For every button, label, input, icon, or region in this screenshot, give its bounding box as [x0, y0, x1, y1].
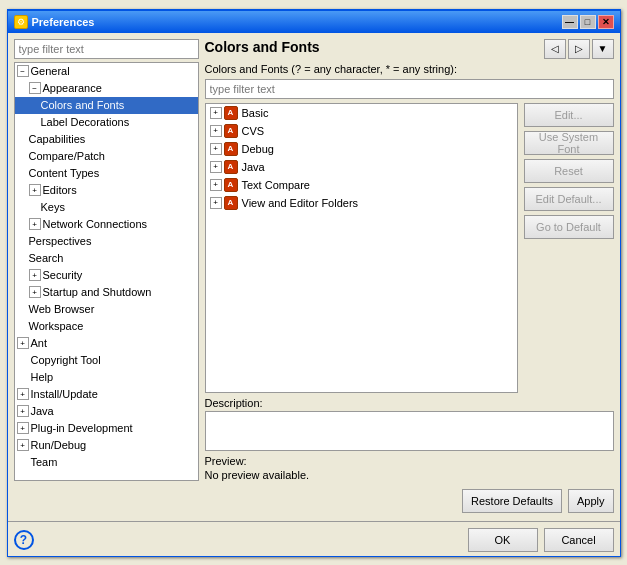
text-compare-label: Text Compare — [242, 179, 310, 191]
view-editor-icon: A — [224, 196, 238, 210]
font-item-text-compare[interactable]: + A Text Compare — [206, 176, 517, 194]
fonts-filter-input[interactable] — [205, 79, 614, 99]
tree-item-startup-shutdown[interactable]: + Startup and Shutdown — [15, 284, 198, 301]
tree-item-copyright-tool[interactable]: Copyright Tool — [15, 352, 198, 369]
window-icon: ⚙ — [14, 15, 28, 29]
close-button[interactable]: ✕ — [598, 15, 614, 29]
description-section: Description: — [205, 397, 614, 451]
tree-item-compare-patch[interactable]: Compare/Patch — [15, 148, 198, 165]
view-editor-label: View and Editor Folders — [242, 197, 359, 209]
basic-expander[interactable]: + — [210, 107, 222, 119]
network-expander[interactable]: + — [29, 218, 41, 230]
reset-button[interactable]: Reset — [524, 159, 614, 183]
install-expander[interactable]: + — [17, 388, 29, 400]
workspace-label: Workspace — [29, 320, 84, 332]
java-font-expander[interactable]: + — [210, 161, 222, 173]
ant-expander[interactable]: + — [17, 337, 29, 349]
help-icon[interactable]: ? — [14, 530, 34, 550]
preview-section: Preview: No preview available. — [205, 455, 614, 481]
debug-label: Debug — [242, 143, 274, 155]
restore-button[interactable]: □ — [580, 15, 596, 29]
preview-no-preview: No preview available. — [205, 469, 614, 481]
title-bar-left: ⚙ Preferences — [14, 15, 95, 29]
tree-item-plugin-development[interactable]: + Plug-in Development — [15, 420, 198, 437]
ant-label: Ant — [31, 337, 48, 349]
tree-item-perspectives[interactable]: Perspectives — [15, 233, 198, 250]
tree-item-help[interactable]: Help — [15, 369, 198, 386]
tree-item-colors-fonts[interactable]: Colors and Fonts — [15, 97, 198, 114]
tree-item-ant[interactable]: + Ant — [15, 335, 198, 352]
tree-item-network-connections[interactable]: + Network Connections — [15, 216, 198, 233]
tree-item-search[interactable]: Search — [15, 250, 198, 267]
startup-expander[interactable]: + — [29, 286, 41, 298]
apply-button[interactable]: Apply — [568, 489, 614, 513]
plugin-development-label: Plug-in Development — [31, 422, 133, 434]
tree-item-content-types[interactable]: Content Types — [15, 165, 198, 182]
tree-item-appearance[interactable]: − Appearance — [15, 80, 198, 97]
use-system-font-button[interactable]: Use System Font — [524, 131, 614, 155]
tree-item-general[interactable]: − General — [15, 63, 198, 80]
general-expander[interactable]: − — [17, 65, 29, 77]
debug-icon: A — [224, 142, 238, 156]
font-item-debug[interactable]: + A Debug — [206, 140, 517, 158]
main-content: − General − Appearance Colors and Fonts — [14, 39, 614, 481]
install-update-label: Install/Update — [31, 388, 98, 400]
view-editor-expander[interactable]: + — [210, 197, 222, 209]
pane-title: Colors and Fonts — [205, 39, 320, 55]
restore-defaults-button[interactable]: Restore Defaults — [462, 489, 562, 513]
tree-item-web-browser[interactable]: Web Browser — [15, 301, 198, 318]
tree-item-security[interactable]: + Security — [15, 267, 198, 284]
tree-item-run-debug[interactable]: + Run/Debug — [15, 437, 198, 454]
restore-apply-bar: Restore Defaults Apply — [14, 485, 614, 515]
editors-expander[interactable]: + — [29, 184, 41, 196]
tree-item-label-decorations[interactable]: Label Decorations — [15, 114, 198, 131]
font-item-cvs[interactable]: + A CVS — [206, 122, 517, 140]
title-bar: ⚙ Preferences — □ ✕ — [8, 11, 620, 33]
cvs-expander[interactable]: + — [210, 125, 222, 137]
cancel-button[interactable]: Cancel — [544, 528, 614, 552]
font-item-basic[interactable]: + A Basic — [206, 104, 517, 122]
text-compare-expander[interactable]: + — [210, 179, 222, 191]
security-expander[interactable]: + — [29, 269, 41, 281]
basic-icon: A — [224, 106, 238, 120]
ok-button[interactable]: OK — [468, 528, 538, 552]
tree-item-workspace[interactable]: Workspace — [15, 318, 198, 335]
startup-shutdown-label: Startup and Shutdown — [43, 286, 152, 298]
plugin-expander[interactable]: + — [17, 422, 29, 434]
debug-expander[interactable]: + — [210, 143, 222, 155]
java-expander[interactable]: + — [17, 405, 29, 417]
font-list-container: + A Basic + A CVS + A — [205, 103, 518, 393]
tree-item-keys[interactable]: Keys — [15, 199, 198, 216]
tree-item-capabilities[interactable]: Capabilities — [15, 131, 198, 148]
label-decorations-label: Label Decorations — [41, 116, 130, 128]
title-buttons: — □ ✕ — [562, 15, 614, 29]
bottom-bar: ? OK Cancel — [8, 521, 620, 556]
go-to-default-button[interactable]: Go to Default — [524, 215, 614, 239]
toolbar-back-button[interactable]: ◁ — [544, 39, 566, 59]
team-label: Team — [31, 456, 58, 468]
tree-item-install-update[interactable]: + Install/Update — [15, 386, 198, 403]
network-connections-label: Network Connections — [43, 218, 148, 230]
font-item-view-editor-folders[interactable]: + A View and Editor Folders — [206, 194, 517, 212]
pane-description: Colors and Fonts (? = any character, * =… — [205, 63, 614, 75]
preview-label: Preview: — [205, 455, 614, 467]
toolbar-forward-button[interactable]: ▷ — [568, 39, 590, 59]
tree-filter-input[interactable] — [14, 39, 199, 59]
edit-button[interactable]: Edit... — [524, 103, 614, 127]
text-compare-icon: A — [224, 178, 238, 192]
appearance-expander[interactable]: − — [29, 82, 41, 94]
cvs-label: CVS — [242, 125, 265, 137]
run-debug-expander[interactable]: + — [17, 439, 29, 451]
toolbar-menu-button[interactable]: ▼ — [592, 39, 614, 59]
minimize-button[interactable]: — — [562, 15, 578, 29]
colors-fonts-label: Colors and Fonts — [41, 99, 125, 111]
tree-item-team[interactable]: Team — [15, 454, 198, 471]
tree-item-java[interactable]: + Java — [15, 403, 198, 420]
pane-toolbar: ◁ ▷ ▼ — [544, 39, 614, 59]
edit-default-button[interactable]: Edit Default... — [524, 187, 614, 211]
java-font-icon: A — [224, 160, 238, 174]
tree-item-editors[interactable]: + Editors — [15, 182, 198, 199]
window-title: Preferences — [32, 16, 95, 28]
font-item-java[interactable]: + A Java — [206, 158, 517, 176]
general-label: General — [31, 65, 70, 77]
